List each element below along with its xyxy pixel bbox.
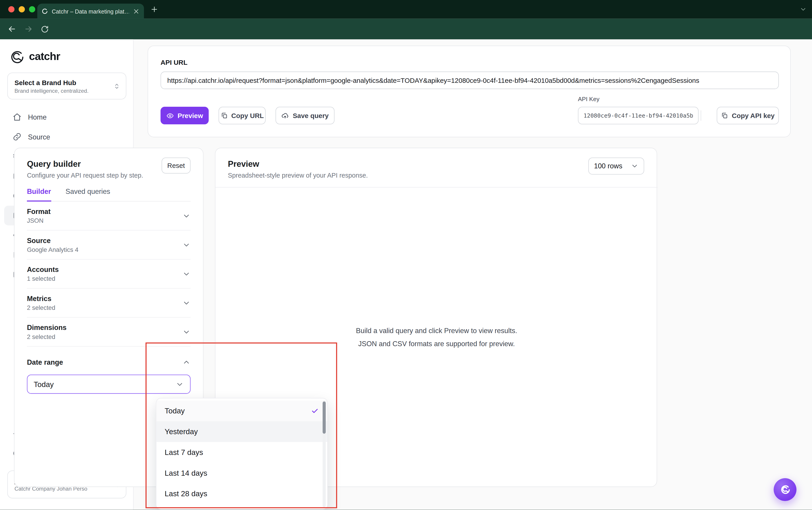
catchr-logo[interactable]: catchr xyxy=(9,49,60,64)
back-icon[interactable] xyxy=(7,24,17,34)
sidebar-item-home[interactable]: Home xyxy=(4,107,129,127)
option-yesterday[interactable]: Yesterday xyxy=(156,421,327,442)
chevron-down-icon xyxy=(182,328,190,336)
reset-button[interactable]: Reset xyxy=(161,158,190,173)
section-format[interactable]: Format JSON xyxy=(27,201,190,231)
chevron-down-icon xyxy=(182,212,190,220)
section-metrics[interactable]: Metrics 2 selected xyxy=(27,289,190,318)
check-icon xyxy=(311,407,319,415)
section-source[interactable]: Source Google Analytics 4 xyxy=(27,231,190,260)
browser-tab[interactable]: Catchr – Data marketing plat… xyxy=(37,4,144,19)
logo-wordmark: catchr xyxy=(29,50,60,63)
link-icon xyxy=(12,132,22,141)
chevron-down-icon xyxy=(631,162,638,170)
chevron-up-icon xyxy=(182,358,190,366)
chevron-down-icon xyxy=(182,299,190,307)
section-dimensions[interactable]: Dimensions 2 selected xyxy=(27,317,190,347)
close-window-button[interactable] xyxy=(8,6,14,12)
tab-title: Catchr – Data marketing plat… xyxy=(52,8,129,15)
brand-hub-selector[interactable]: Select a Brand Hub Brand intelligence, c… xyxy=(7,73,126,99)
preview-empty-state: Build a valid query and click Preview to… xyxy=(215,324,658,350)
unfold-more-icon xyxy=(113,82,121,90)
option-last-28-days[interactable]: Last 28 days xyxy=(156,483,327,504)
rows-count-select[interactable]: 100 rows xyxy=(588,158,644,175)
copy-api-key-button[interactable]: Copy API key xyxy=(717,107,779,124)
preview-title: Preview xyxy=(228,160,644,169)
chevron-down-icon xyxy=(182,240,190,249)
brand-hub-subtitle: Brand intelligence, centralized. xyxy=(14,87,113,94)
sidebar-item-source[interactable]: Source xyxy=(4,127,129,146)
forward-icon[interactable] xyxy=(24,24,33,34)
new-tab-button[interactable] xyxy=(150,5,158,13)
reload-icon[interactable] xyxy=(40,25,49,33)
preview-subtitle: Spreadsheet-style preview of your API re… xyxy=(228,172,644,179)
query-builder-tabs: Builder Saved queries xyxy=(27,188,190,201)
option-last-30-days[interactable]: Last 30 days xyxy=(156,504,327,510)
browser-toolbar: app.catchr.io/data-connectors/api 1 J En… xyxy=(0,19,812,39)
brand-hub-title: Select a Brand Hub xyxy=(14,79,113,86)
api-url-label: API URL xyxy=(160,58,778,66)
section-date-range[interactable]: Date range xyxy=(27,347,190,366)
tab-favicon-icon xyxy=(41,8,48,15)
section-accounts[interactable]: Accounts 1 selected xyxy=(27,259,190,289)
tab-close-icon[interactable] xyxy=(132,7,140,15)
option-last-7-days[interactable]: Last 7 days xyxy=(156,442,327,463)
date-range-dropdown: Today Yesterday Last 7 days Last 14 days… xyxy=(156,398,328,510)
tab-list-chevron-icon[interactable] xyxy=(800,6,807,13)
maximize-window-button[interactable] xyxy=(29,6,35,12)
api-key-label: API Key xyxy=(578,96,599,102)
window-controls xyxy=(8,6,35,12)
option-last-14-days[interactable]: Last 14 days xyxy=(156,463,327,483)
chevron-down-icon xyxy=(176,380,184,388)
home-icon xyxy=(12,112,22,122)
tab-builder[interactable]: Builder xyxy=(27,188,51,201)
browser-tab-strip: Catchr – Data marketing plat… xyxy=(0,0,812,19)
tab-saved-queries[interactable]: Saved queries xyxy=(65,188,110,201)
api-url-card: API URL Preview Copy URL Save query API … xyxy=(148,46,791,137)
dropdown-scrollbar-thumb[interactable] xyxy=(323,401,326,433)
option-today[interactable]: Today xyxy=(156,401,327,421)
divider xyxy=(215,187,658,188)
app-root: catchr Select a Brand Hub Brand intellig… xyxy=(0,39,812,510)
api-url-input[interactable] xyxy=(160,72,779,89)
date-range-select[interactable]: Today xyxy=(27,375,190,394)
minimize-window-button[interactable] xyxy=(19,6,25,12)
chat-fab-button[interactable] xyxy=(774,478,796,501)
screen: Catchr – Data marketing plat… app.catchr… xyxy=(0,0,812,510)
chevron-down-icon xyxy=(182,270,190,278)
